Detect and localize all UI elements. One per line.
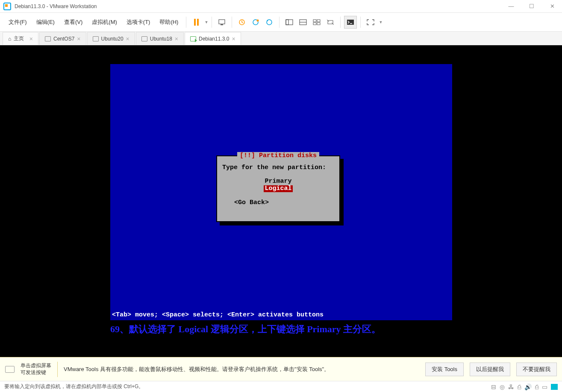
tab-centos7[interactable]: CentOS7 × — [39, 32, 86, 45]
svg-rect-8 — [286, 20, 293, 25]
device-tray: ⊟ ◎ 🖧 ⎙ 🔊 ⎙ ▭ — [491, 383, 558, 390]
separator — [360, 17, 361, 28]
infobar: 单击虚拟屏幕 可发送按键 VMware Tools 具有很多功能，能改善鼠标移动… — [0, 357, 562, 381]
menu-file[interactable]: 文件(F) — [4, 17, 31, 28]
harddisk-icon[interactable]: ⊟ — [491, 383, 496, 390]
caption-overlay: 69、默认选择了 Logical 逻辑分区，上下键选择 Primary 主分区。 — [110, 323, 452, 336]
separator — [186, 17, 186, 28]
option-logical[interactable]: Logical — [264, 185, 292, 193]
svg-rect-9 — [286, 20, 288, 25]
menu-view[interactable]: 查看(V) — [60, 17, 87, 28]
never-remind-button[interactable]: 不要提醒我 — [516, 363, 557, 376]
close-icon[interactable]: × — [175, 35, 178, 42]
console-icon[interactable] — [344, 16, 357, 29]
close-icon[interactable]: × — [77, 35, 80, 42]
usb-icon[interactable]: ⎙ — [535, 383, 538, 390]
titlebar: Debian11.3.0 - VMware Workstation — ☐ ✕ — [0, 0, 562, 13]
nav-hint: <Tab> moves; <Space> selects; <Enter> ac… — [112, 311, 324, 319]
status-message: 要将输入定向到该虚拟机，请在虚拟机内部单击或按 Ctrl+G。 — [4, 383, 491, 390]
vm-screen[interactable]: [!!] Partition disks Type for the new pa… — [110, 64, 452, 320]
separator — [212, 17, 212, 28]
svg-rect-2 — [219, 20, 225, 24]
separator — [340, 17, 341, 28]
menubar: 文件(F) 编辑(E) 查看(V) 虚拟机(M) 选项卡(T) 帮助(H) ▼ … — [0, 13, 562, 32]
send-ctrl-alt-del-icon[interactable] — [215, 16, 228, 29]
svg-rect-19 — [347, 20, 354, 25]
dialog-title: [!!] Partition disks — [237, 152, 319, 159]
tab-label: Ubuntu20 — [101, 36, 124, 42]
install-tools-button[interactable]: 安装 Tools — [425, 363, 464, 376]
separator — [279, 17, 280, 28]
vm-running-icon — [190, 36, 196, 41]
send-keys-hint: 单击虚拟屏幕 可发送按键 — [21, 363, 51, 376]
svg-rect-14 — [313, 23, 316, 25]
tab-ubuntu20[interactable]: Ubuntu20 × — [87, 32, 135, 45]
close-icon[interactable]: × — [232, 35, 235, 42]
tab-label: Debian11.3.0 — [199, 36, 229, 42]
fullscreen-icon[interactable] — [364, 16, 377, 29]
power-dropdown[interactable]: ▼ — [204, 20, 208, 24]
go-back-button[interactable]: <Go Back> — [222, 199, 334, 206]
cdrom-icon[interactable]: ◎ — [500, 383, 505, 390]
keyboard-icon — [5, 366, 15, 373]
view-thumbnail-icon[interactable] — [310, 16, 323, 29]
tab-label: CentOS7 — [53, 36, 74, 42]
statusbar: 要将输入定向到该虚拟机，请在虚拟机内部单击或按 Ctrl+G。 ⊟ ◎ 🖧 ⎙ … — [0, 381, 562, 392]
svg-rect-15 — [317, 23, 320, 25]
minimize-button[interactable]: — — [505, 3, 518, 9]
svg-rect-13 — [317, 20, 320, 22]
separator — [232, 17, 232, 28]
close-button[interactable]: ✕ — [546, 3, 559, 9]
partition-dialog: [!!] Partition disks Type for the new pa… — [216, 155, 340, 222]
home-icon: ⌂ — [8, 36, 11, 42]
printer-icon[interactable]: ⎙ — [518, 383, 521, 390]
close-icon[interactable]: × — [126, 35, 129, 42]
option-primary[interactable]: Primary — [222, 178, 334, 185]
fullscreen-dropdown[interactable]: ▼ — [379, 20, 383, 24]
divider — [57, 362, 58, 377]
view-split-icon[interactable] — [297, 16, 309, 29]
tab-label: 主页 — [14, 35, 24, 42]
unity-icon[interactable] — [324, 16, 337, 29]
svg-rect-3 — [221, 24, 223, 25]
revert-snapshot-icon[interactable] — [263, 16, 276, 29]
tab-home[interactable]: ⌂ 主页 × — [3, 32, 38, 45]
remind-later-button[interactable]: 以后提醒我 — [470, 363, 510, 376]
svg-rect-12 — [313, 20, 316, 22]
sound-icon[interactable]: 🔊 — [524, 383, 532, 390]
maximize-button[interactable]: ☐ — [525, 3, 538, 9]
snapshot-manager-icon[interactable] — [249, 16, 262, 29]
menu-edit[interactable]: 编辑(E) — [32, 17, 59, 28]
svg-point-6 — [257, 19, 259, 21]
vm-viewport[interactable]: [!!] Partition disks Type for the new pa… — [0, 45, 562, 357]
tab-label: Ubuntu18 — [150, 36, 172, 42]
tab-debian11[interactable]: Debian11.3.0 × — [185, 32, 241, 45]
window-title: Debian11.3.0 - VMware Workstation — [15, 3, 505, 9]
snapshot-icon[interactable] — [235, 16, 248, 29]
vm-icon — [141, 36, 147, 41]
message-badge[interactable] — [551, 384, 558, 390]
tab-ubuntu18[interactable]: Ubuntu18 × — [136, 32, 184, 45]
display-icon[interactable]: ▭ — [542, 383, 547, 390]
svg-rect-1 — [5, 4, 8, 7]
menu-vm[interactable]: 虚拟机(M) — [88, 17, 121, 28]
tabbar: ⌂ 主页 × CentOS7 × Ubuntu20 × Ubuntu18 × D… — [0, 32, 562, 45]
pause-button[interactable] — [190, 16, 203, 29]
vmware-tools-message: VMware Tools 具有很多功能，能改善鼠标移动性、视频和性能。请登录客户… — [64, 366, 419, 373]
view-single-icon[interactable] — [283, 16, 296, 29]
close-icon[interactable]: × — [29, 35, 33, 42]
network-icon[interactable]: 🖧 — [508, 383, 514, 390]
menu-help[interactable]: 帮助(H) — [155, 17, 182, 28]
vm-icon — [93, 36, 99, 41]
vm-icon — [45, 36, 51, 41]
vmware-logo-icon — [3, 3, 11, 10]
menu-tabs[interactable]: 选项卡(T) — [122, 17, 155, 28]
dialog-prompt: Type for the new partition: — [222, 164, 334, 171]
